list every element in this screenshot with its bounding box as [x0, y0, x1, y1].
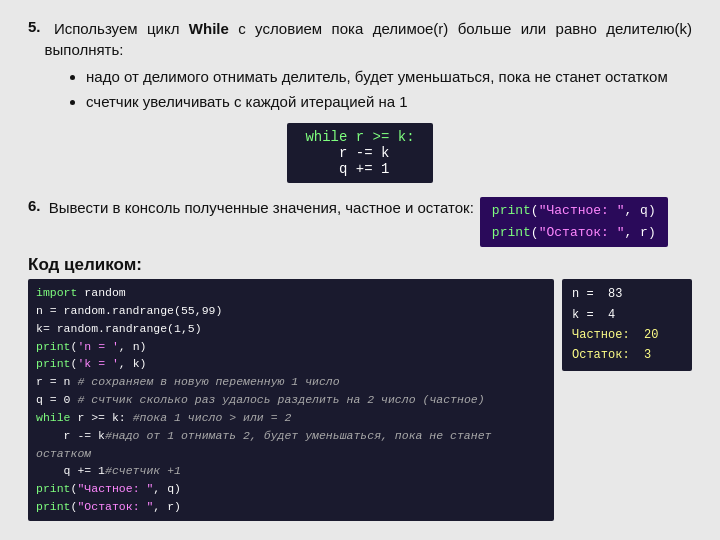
- print1-comma: , q): [625, 203, 656, 218]
- bullet-2: счетчик увеличивать с каждой итерацией н…: [86, 91, 692, 114]
- print-code-block: print("Частное: ", q) print("Остаток: ",…: [480, 197, 668, 247]
- slide: 5. Используем цикл While с условием пока…: [0, 0, 720, 540]
- while-code-block: while r >= k: r -= k q += 1: [287, 123, 432, 183]
- print1-str: "Частное: ": [539, 203, 625, 218]
- while-line1: while r >= k:: [305, 129, 414, 145]
- section-5: 5. Используем цикл While с условием пока…: [28, 18, 692, 189]
- result-box: n = 83 k = 4 Частное: 20 Остаток: 3: [562, 279, 692, 371]
- while-line3: q += 1: [305, 161, 389, 177]
- while-code-center: while r >= k: r -= k q += 1: [28, 119, 692, 189]
- print2-comma: , r): [625, 225, 656, 240]
- result-k: k = 4: [572, 308, 615, 322]
- section-6: 6. Вывести в консоль полученные значения…: [28, 197, 692, 247]
- result-chastnoe: Частное: 20: [572, 328, 658, 342]
- mc-import: import: [36, 286, 77, 299]
- numbered-item-5: 5. Используем цикл While с условием пока…: [28, 18, 692, 60]
- main-code-area: import random n = random.randrange(55,99…: [28, 279, 692, 521]
- result-n: n = 83: [572, 287, 622, 301]
- print1-keyword: print: [492, 203, 531, 218]
- item5-bullets: надо от делимого отнимать делитель, буде…: [50, 66, 692, 113]
- code-label: Код целиком:: [28, 255, 692, 275]
- print2-paren1: (: [531, 225, 539, 240]
- main-code-block: import random n = random.randrange(55,99…: [28, 279, 554, 521]
- item6-number: 6.: [28, 197, 41, 214]
- print2-str: "Остаток: ": [539, 225, 625, 240]
- item5-number: 5.: [28, 18, 41, 35]
- result-ostatok: Остаток: 3: [572, 348, 651, 362]
- while-line2: r -= k: [305, 145, 389, 161]
- print2-keyword: print: [492, 225, 531, 240]
- bullet-1: надо от делимого отнимать делитель, буде…: [86, 66, 692, 89]
- item5-text: Используем цикл While с условием пока де…: [45, 18, 692, 60]
- print1-paren1: (: [531, 203, 539, 218]
- item6-text: Вывести в консоль полученные значения, ч…: [45, 197, 474, 218]
